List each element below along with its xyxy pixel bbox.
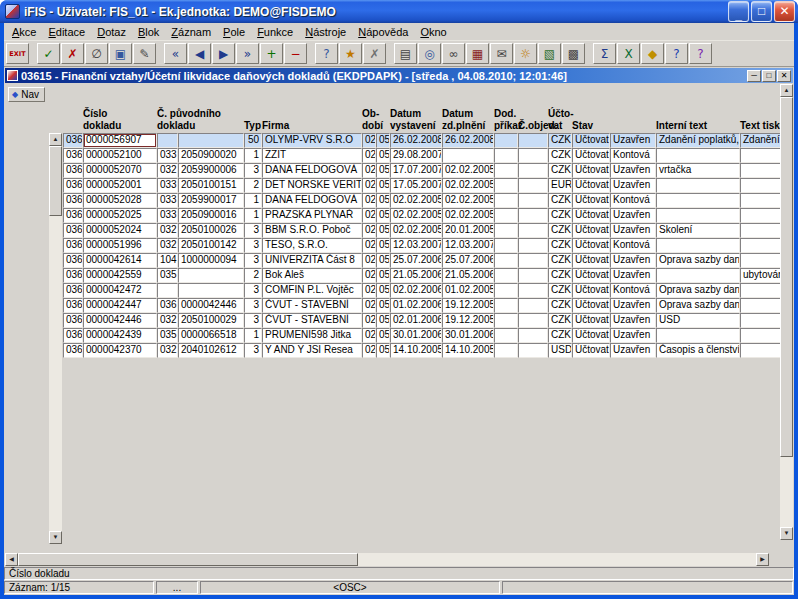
obdobi-mesic-cell[interactable]: 05 [376,283,390,298]
datum-vystaveni-cell[interactable]: 02.01.2006 [390,313,442,328]
sum-button[interactable]: Σ [593,43,616,64]
cislo-prefix-cell[interactable]: 036 [63,298,83,313]
firma-cell[interactable]: OLYMP-VRV S.R.O [262,133,362,148]
text-tisku-cell[interactable] [740,148,782,163]
stav-cell[interactable]: Účtovat [572,133,610,148]
mena-cell[interactable]: USD [548,343,572,358]
datum-zdplneni-cell[interactable]: 19.12.2005 [442,313,494,328]
dod-prikaz-cell[interactable] [494,313,518,328]
obdobi-rok-cell[interactable]: 02 [362,148,376,163]
puvodni-prefix-cell[interactable] [157,133,178,148]
datum-vystaveni-cell[interactable]: 30.01.2006 [390,328,442,343]
datum-zdplneni-cell[interactable]: 01.02.2005 [442,283,494,298]
form-close-button[interactable]: ✕ [777,70,791,82]
cislo-dokladu-cell[interactable]: 0000052001 [83,178,157,193]
typ-cell[interactable]: 3 [244,313,262,328]
dod-prikaz-cell[interactable] [494,343,518,358]
c-objed-cell[interactable] [518,283,548,298]
firma-cell[interactable]: UNIVERZITA Část 8 [262,253,362,268]
typ-cell[interactable]: 3 [244,238,262,253]
firma-cell[interactable]: PRUMENI598 Jitka [262,328,362,343]
text-tisku-cell[interactable] [740,343,782,358]
dod-prikaz-cell[interactable] [494,268,518,283]
canvas-vertical-scrollbar[interactable]: ▲ ▼ [780,84,793,540]
typ-cell[interactable]: 2 [244,178,262,193]
obdobi-mesic-cell[interactable]: 05 [376,253,390,268]
mail-button[interactable]: ✉ [490,43,513,64]
table-row[interactable]: 036 0000042446 032 2050100029 3 ČVUT - S… [63,313,782,328]
mena-cell[interactable]: CZK [548,238,572,253]
firma-cell[interactable]: ZZIT [262,148,362,163]
typ-cell[interactable]: 3 [244,298,262,313]
canvas-vscrollbar-thumb[interactable] [780,97,793,457]
stav-cell[interactable]: Účtovat [572,328,610,343]
cislo-dokladu-cell[interactable]: 0000052100 [83,148,157,163]
text-tisku-cell[interactable]: Zdanění a proú [740,133,782,148]
canvas-horizontal-scrollbar[interactable]: ◀ ▶ [5,553,769,566]
delete-record-button[interactable]: − [284,43,307,64]
last-record-button[interactable]: » [236,43,259,64]
datum-vystaveni-cell[interactable]: 29.08.2007 [390,148,442,163]
obdobi-rok-cell[interactable]: 02 [362,133,376,148]
form-restore-button[interactable]: □ [762,70,776,82]
text-tisku-cell[interactable] [740,253,782,268]
execute-query-button[interactable]: ★ [339,43,362,64]
obdobi-rok-cell[interactable]: 02 [362,208,376,223]
cislo-dokladu-cell[interactable]: 0000052025 [83,208,157,223]
uzavreni-cell[interactable]: Uzavřen [610,163,656,178]
puvodni-doklad-cell[interactable]: 2050900016 [178,208,244,223]
text-tisku-cell[interactable]: ubytování hostů [740,268,782,283]
obdobi-mesic-cell[interactable]: 05 [376,238,390,253]
dod-prikaz-cell[interactable] [494,328,518,343]
table-row[interactable]: 036 0000052001 033 2050100151 2 DET NORS… [63,178,782,193]
c-objed-cell[interactable] [518,163,548,178]
menu-okno[interactable]: Okno [414,25,452,39]
cislo-prefix-cell[interactable]: 036 [63,253,83,268]
firma-cell[interactable]: DANA FELDOGOVÁ [262,163,362,178]
typ-cell[interactable]: 3 [244,343,262,358]
minimize-button[interactable]: _ [728,1,749,22]
find-button[interactable]: ∞ [442,43,465,64]
calendar-button[interactable]: ▦ [466,43,489,64]
clear-record-button[interactable]: ∅ [85,43,108,64]
c-objed-cell[interactable] [518,238,548,253]
cislo-prefix-cell[interactable]: 036 [63,178,83,193]
uzavreni-cell[interactable]: Uzavřen [610,133,656,148]
puvodni-prefix-cell[interactable]: 033 [157,208,178,223]
obdobi-rok-cell[interactable]: 02 [362,223,376,238]
stav-cell[interactable]: Účtovat [572,163,610,178]
puvodni-prefix-cell[interactable]: 104 [157,253,178,268]
obdobi-mesic-cell[interactable]: 05 [376,208,390,223]
c-objed-cell[interactable] [518,148,548,163]
insert-record-button[interactable]: + [260,43,283,64]
typ-cell[interactable]: 50 [244,133,262,148]
close-button[interactable]: ✕ [774,1,795,22]
text-tisku-cell[interactable] [740,223,782,238]
interni-text-cell[interactable]: Zdanění poplatků, příspěv [656,133,740,148]
puvodni-prefix-cell[interactable]: 032 [157,343,178,358]
interni-text-cell[interactable]: Oprava sazby daně [656,283,740,298]
firma-cell[interactable]: PRAZSKA PLYNAŘ [262,208,362,223]
datum-zdplneni-cell[interactable]: 21.05.2006 [442,268,494,283]
puvodni-doklad-cell[interactable] [178,283,244,298]
stav-cell[interactable]: Účtovat [572,283,610,298]
obdobi-mesic-cell[interactable]: 05 [376,268,390,283]
table-row[interactable]: 036 0000042614 104 1000000094 3 UNIVERZI… [63,253,782,268]
stav-cell[interactable]: Účtovat [572,148,610,163]
firma-cell[interactable]: TESO, S.R.O. [262,238,362,253]
obdobi-mesic-cell[interactable]: 05 [376,193,390,208]
puvodni-prefix-cell[interactable]: 032 [157,238,178,253]
accept-button[interactable]: ✓ [37,43,60,64]
obdobi-mesic-cell[interactable]: 05 [376,223,390,238]
puvodni-doklad-cell[interactable]: 1000000094 [178,253,244,268]
cislo-prefix-cell[interactable]: 036 [63,268,83,283]
puvodni-prefix-cell[interactable] [157,283,178,298]
dod-prikaz-cell[interactable] [494,148,518,163]
attachments-button[interactable]: ▧ [538,43,561,64]
c-objed-cell[interactable] [518,208,548,223]
cislo-prefix-cell[interactable]: 036 [63,208,83,223]
cislo-dokladu-cell[interactable]: 0000051996 [83,238,157,253]
c-objed-cell[interactable] [518,343,548,358]
c-objed-cell[interactable] [518,298,548,313]
puvodni-prefix-cell[interactable]: 035 [157,328,178,343]
